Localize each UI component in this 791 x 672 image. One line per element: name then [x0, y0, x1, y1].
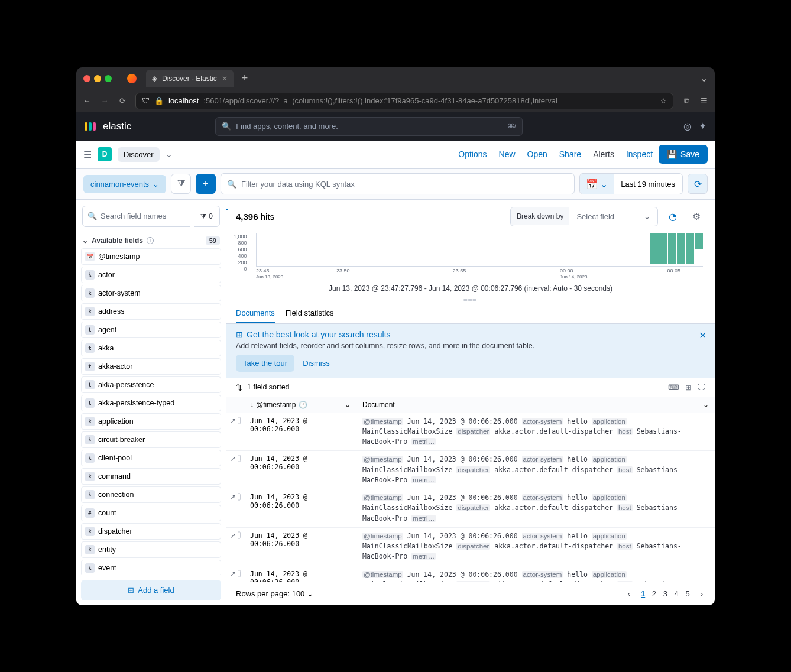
add-field-button[interactable]: ⊞ Add a field	[81, 580, 221, 600]
time-picker[interactable]: 📅 ⌄ Last 19 minutes	[579, 173, 683, 194]
nav-toggle-button[interactable]: ☰	[83, 149, 92, 160]
browser-tab[interactable]: ◈ Discover - Elastic ✕	[146, 70, 234, 87]
row-checkbox[interactable]	[238, 531, 241, 539]
expand-icon[interactable]: ↗	[230, 493, 236, 501]
field-item[interactable]: k dispatcher	[81, 523, 221, 540]
sort-desc-icon: ↓	[250, 401, 254, 409]
help-icon[interactable]: ◎	[683, 121, 692, 132]
window-minimize-icon[interactable]	[94, 75, 101, 82]
field-item[interactable]: k address	[81, 303, 221, 320]
next-page-button[interactable]: ›	[698, 588, 705, 599]
field-filter-button[interactable]: ⧩ 0	[194, 206, 220, 227]
tab-field-statistics[interactable]: Field statistics	[286, 304, 334, 323]
global-search-input[interactable]: 🔍 Find apps, content, and more. ⌘/	[215, 117, 523, 136]
column-document[interactable]: Document ⌄	[356, 397, 715, 413]
refresh-button[interactable]: ⟳	[688, 174, 708, 194]
field-item[interactable]: k entity	[81, 541, 221, 558]
row-checkbox[interactable]	[238, 493, 241, 501]
add-filter-button[interactable]: +	[196, 174, 216, 194]
resize-handle-icon[interactable]: ═══	[226, 296, 715, 304]
kql-input[interactable]: 🔍 Filter your data using KQL syntax	[221, 173, 575, 194]
field-item[interactable]: t akka-persistence-typed	[81, 395, 221, 411]
prev-page-button[interactable]: ‹	[625, 588, 633, 599]
share-link[interactable]: Share	[559, 150, 581, 159]
chart-options-icon[interactable]: ⚙	[688, 211, 705, 222]
display-icon[interactable]: ⊞	[685, 383, 692, 392]
inspect-link[interactable]: Inspect	[626, 150, 653, 159]
new-tab-button[interactable]: +	[242, 72, 248, 85]
page-3[interactable]: 3	[661, 588, 670, 599]
rows-per-page[interactable]: Rows per page: 100 ⌄	[236, 589, 313, 598]
fullscreen-icon[interactable]: ⛶	[698, 383, 705, 392]
menu-icon[interactable]: ☰	[699, 96, 709, 105]
extensions-icon[interactable]: ⧉	[682, 96, 691, 106]
field-item[interactable]: k event	[81, 560, 221, 575]
table-row[interactable]: ↗ Jun 14, 2023 @ 00:06:26.000 @timestamp…	[226, 489, 715, 528]
collapse-sidebar-icon[interactable]: ⇤	[226, 204, 229, 214]
field-item[interactable]: k client-pool	[81, 450, 221, 466]
histogram-chart: 1,0008006004002000 23:45Jun 13, 202323:5…	[226, 233, 715, 281]
field-search-input[interactable]: 🔍 Search field names	[82, 206, 190, 227]
field-type-icon: t	[85, 362, 95, 371]
save-button[interactable]: 💾 Save	[659, 145, 708, 164]
field-item[interactable]: t akka	[81, 340, 221, 356]
keyboard-icon[interactable]: ⌨	[668, 383, 679, 392]
field-item[interactable]: t akka-persistence	[81, 376, 221, 393]
alerts-link[interactable]: Alerts	[593, 150, 614, 159]
brand-label: elastic	[103, 121, 131, 132]
tab-documents[interactable]: Documents	[236, 304, 275, 323]
page-2[interactable]: 2	[650, 588, 659, 599]
window-zoom-icon[interactable]	[105, 75, 112, 82]
dismiss-button[interactable]: Dismiss	[303, 359, 330, 368]
row-checkbox[interactable]	[238, 570, 241, 577]
field-item[interactable]: k circuit-breaker	[81, 431, 221, 448]
column-timestamp[interactable]: ↓ @timestamp 🕐 ⌄	[244, 397, 356, 413]
field-name: client-pool	[98, 454, 132, 462]
breadcrumb[interactable]: Discover	[118, 147, 160, 162]
back-button[interactable]: ←	[82, 96, 92, 105]
open-link[interactable]: Open	[527, 150, 547, 159]
row-checkbox[interactable]	[238, 455, 241, 462]
breadcrumb-chevron-icon[interactable]: ⌄	[166, 150, 173, 159]
field-item[interactable]: t agent	[81, 322, 221, 338]
table-row[interactable]: ↗ Jun 14, 2023 @ 00:06:26.000 @timestamp…	[226, 451, 715, 489]
field-item[interactable]: k command	[81, 468, 221, 485]
url-input[interactable]: 🛡 🔒 localhost:5601/app/discover#/?_a=(co…	[135, 93, 673, 109]
page-1[interactable]: 1	[638, 588, 647, 599]
field-item[interactable]: 📅 @timestamp	[81, 248, 221, 265]
new-link[interactable]: New	[499, 150, 516, 159]
forward-button[interactable]: →	[100, 96, 109, 105]
field-item[interactable]: k actor	[81, 267, 221, 283]
tab-close-icon[interactable]: ✕	[222, 74, 228, 83]
field-item[interactable]: k application	[81, 413, 221, 430]
window-close-icon[interactable]	[83, 75, 90, 82]
field-item[interactable]: t akka-actor	[81, 358, 221, 375]
take-tour-button[interactable]: Take the tour	[236, 355, 294, 372]
close-icon[interactable]: ✕	[699, 330, 706, 341]
filter-button[interactable]: ⧩	[171, 174, 191, 194]
edit-viz-icon[interactable]: ◔	[664, 211, 682, 222]
row-checkbox[interactable]	[238, 417, 241, 424]
newsfeed-icon[interactable]: ✦	[699, 121, 706, 132]
calendar-button[interactable]: 📅 ⌄	[580, 174, 614, 194]
space-avatar[interactable]: D	[98, 147, 112, 161]
table-row[interactable]: ↗ Jun 14, 2023 @ 00:06:26.000 @timestamp…	[226, 413, 715, 452]
field-item[interactable]: k actor-system	[81, 285, 221, 301]
expand-icon[interactable]: ↗	[230, 570, 236, 578]
bookmark-icon[interactable]: ☆	[660, 96, 667, 105]
reload-button[interactable]: ⟳	[118, 96, 127, 105]
page-5[interactable]: 5	[683, 588, 692, 599]
table-row[interactable]: ↗ Jun 14, 2023 @ 00:06:26.000 @timestamp…	[226, 566, 715, 582]
options-link[interactable]: Options	[458, 150, 487, 159]
expand-icon[interactable]: ↗	[230, 455, 236, 463]
table-row[interactable]: ↗ Jun 14, 2023 @ 00:06:26.000 @timestamp…	[226, 528, 715, 566]
expand-icon[interactable]: ↗	[230, 417, 236, 425]
available-fields-toggle[interactable]: ⌄ Available fields i 59	[76, 233, 226, 248]
field-item[interactable]: # count	[81, 505, 221, 521]
page-4[interactable]: 4	[672, 588, 681, 599]
dataview-picker[interactable]: cinnamon-events ⌄	[83, 175, 166, 193]
breakdown-select[interactable]: Select field ⌄	[569, 207, 657, 226]
expand-icon[interactable]: ↗	[230, 531, 236, 540]
tabs-overflow-icon[interactable]: ⌄	[700, 73, 708, 84]
field-item[interactable]: k connection	[81, 486, 221, 503]
